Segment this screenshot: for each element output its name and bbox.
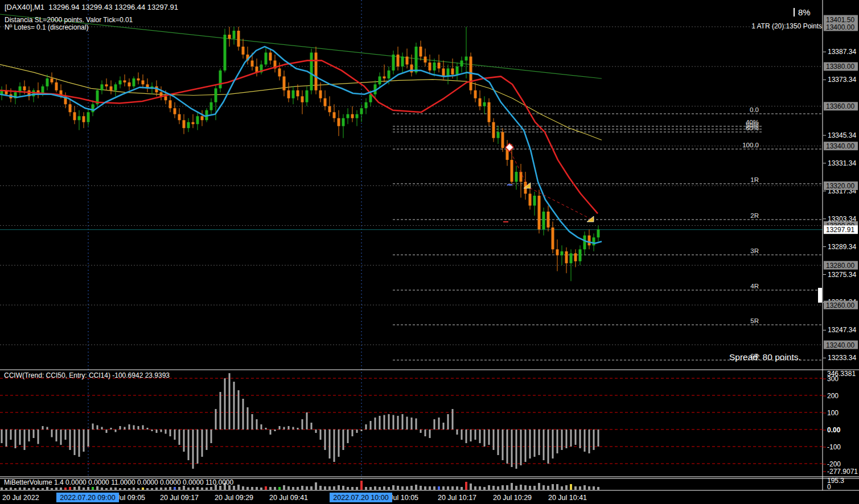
volume-bar [142,488,144,490]
volume-bar [246,487,249,490]
volume-bar [397,486,399,490]
ma-red [0,60,598,213]
candle-body [319,90,322,98]
candle-body [201,116,204,120]
axis-scroll-marker [818,288,822,303]
candle-body [356,114,359,118]
candle-body [447,68,450,76]
volume-bar [110,488,112,490]
price-axis-label: 13387.34 [828,48,856,56]
price-level-label: 13380.00 [826,63,854,71]
volume-bar [406,486,408,490]
candle-body [392,55,395,71]
volume-bar [46,487,48,490]
volume-bar [365,487,367,490]
volume-bar [165,488,167,490]
candle-body [492,122,495,138]
volume-bar [552,484,554,490]
volume-bar [588,486,590,490]
volume-bar [1,488,3,490]
candle-body [333,112,336,118]
cci-line [2,385,598,479]
candle-body [142,80,145,84]
volume-bar [524,485,527,490]
volume-bar [597,487,599,490]
candle-body [310,52,313,90]
candle-body [23,86,26,90]
volume-bar [73,487,76,490]
candle-body [379,76,381,84]
price-level-label: 13360.00 [826,102,854,110]
volume-bar [28,488,30,490]
volume-bar [69,487,71,490]
candle-body [292,90,295,98]
candle-body [169,100,172,108]
volume-bar [593,486,595,490]
time-axis-day-label: 20 Jul 2022 [2,494,39,502]
candle-body [178,114,181,120]
time-axis-label: 20 Jul 10:29 [493,494,532,502]
candle-body [529,193,532,205]
candle-body [219,71,222,88]
candle-body [128,82,131,86]
time-axis-label: 20 Jul 09:29 [215,494,253,502]
candle-body [251,60,254,66]
volume-bar [306,486,308,490]
price-axis-label: 13373.34 [828,76,856,84]
volume-bar [242,486,244,490]
price-level-label: 13320.00 [826,182,854,190]
volume-bar [424,486,426,490]
volume-bar [210,487,212,490]
volume-bar [410,486,413,490]
volume-bar [233,486,235,490]
volume-bar [447,486,449,490]
chart-canvas[interactable]: 0.040%50%60%100.01R2R3R4R5R6R13387.34133… [0,0,859,504]
candle-body [110,86,113,90]
volume-bar [114,488,117,490]
candle-body [105,84,108,86]
candle-body [73,112,76,120]
volume-bar [388,487,390,490]
candle-body [410,64,413,72]
candle-body [69,104,72,112]
volume-bar [196,487,199,490]
volume-bar [60,488,62,490]
candle-body [438,63,441,68]
volume-bar [415,485,417,490]
volume-bar [383,486,385,490]
volume-bar [356,487,358,490]
volume-bar [92,487,94,490]
candle-body [46,79,49,86]
volume-bar [324,486,326,490]
volume-bar [520,485,522,490]
fib-level-label: 0.0 [750,106,759,113]
candle-body [233,31,236,39]
symbol-ohlc-line: [DAX40],M1 13296.94 13299.43 13296.44 13… [5,3,178,11]
volume-bar [260,488,262,490]
candle-body [360,108,363,114]
candle-body [406,56,409,64]
volume-bar [105,488,108,490]
volume-bar [146,488,149,490]
candle-body [420,47,422,56]
price-axis-label: 13233.34 [828,354,856,362]
volume-bar [87,487,89,490]
candle-body [83,116,85,122]
candle-body [474,90,477,98]
volume-bar [178,487,180,490]
volume-bar [515,486,517,490]
candle-body [192,122,195,124]
volume-bar [438,486,440,490]
volume-bar [338,485,340,490]
volume-bar [465,482,467,490]
volume-bar [251,487,253,490]
volume-bar [556,484,558,490]
candle-body [338,118,340,126]
volume-bar [456,486,458,490]
candle-body [287,90,290,98]
volume-bar [137,488,139,490]
volume-bar [333,486,335,490]
candle-body [397,55,400,67]
volume-bar [256,487,258,490]
candle-body [315,52,318,90]
